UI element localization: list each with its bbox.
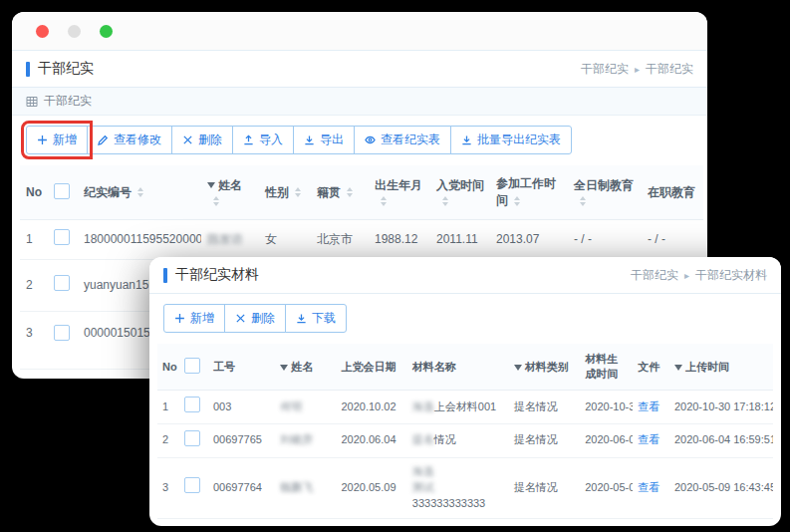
sort-icon[interactable] xyxy=(213,196,219,206)
cell-text: 1 xyxy=(162,400,168,412)
cell-text: 2020-06-04 xyxy=(585,433,633,445)
cell-select[interactable] xyxy=(179,391,208,424)
cell-select[interactable] xyxy=(179,423,208,457)
cell-employee-id: 003 xyxy=(208,391,275,424)
sort-icon[interactable] xyxy=(442,196,448,206)
toolbar: 新增查看修改删除导入导出查看纪实表批量导出纪实表 xyxy=(12,116,707,165)
select-all-checkbox[interactable] xyxy=(184,358,200,374)
filter-icon[interactable] xyxy=(207,182,215,188)
col-name[interactable]: 姓名 xyxy=(275,344,336,391)
cell-text: 3 xyxy=(26,326,33,340)
col-upload-time[interactable]: 上传时间 xyxy=(669,344,773,391)
plus-icon xyxy=(174,313,185,324)
col-party-join-date[interactable]: 入党时间 xyxy=(430,165,490,220)
sort-icon[interactable] xyxy=(580,196,586,206)
view-file-link[interactable]: 查看 xyxy=(638,433,659,445)
toolbar-button-close[interactable]: 删除 xyxy=(171,126,233,154)
col-native-place[interactable]: 籍贯 xyxy=(311,165,369,220)
toolbar-button-plus[interactable]: 新增 xyxy=(163,304,225,333)
page-title-text: 干部纪实材料 xyxy=(175,266,259,284)
cell-gen-date: 2020-03-04 xyxy=(580,518,633,526)
toolbar-button-upload[interactable]: 导入 xyxy=(232,126,294,154)
redacted-text: 何明 xyxy=(280,400,302,412)
toolbar-button-eye[interactable]: 查看纪实表 xyxy=(354,126,451,154)
button-label: 新增 xyxy=(190,310,214,327)
col-material-category[interactable]: 材料类别 xyxy=(509,344,580,391)
cell-select[interactable] xyxy=(48,311,78,369)
view-file-link[interactable]: 查看 xyxy=(638,481,659,493)
col-onjob-education: 在职教育 xyxy=(642,165,703,220)
cell-work-start-date: 2013.07 xyxy=(490,220,568,260)
toolbar-button-edit[interactable]: 查看修改 xyxy=(87,126,172,154)
table-row: 1003何明2020.10.02海选上会材料001提名情况2020-10-30查… xyxy=(157,391,773,424)
breadcrumb-item[interactable]: 干部纪实材料 xyxy=(695,267,767,284)
cell-select[interactable] xyxy=(48,220,78,260)
cell-select[interactable] xyxy=(179,457,208,518)
sort-icon[interactable] xyxy=(347,187,353,197)
cell-gen-date: 2020-05-08 xyxy=(580,457,633,518)
close-icon xyxy=(235,313,246,324)
filter-icon[interactable] xyxy=(280,365,288,371)
col-birth-date[interactable]: 出生年月 xyxy=(369,165,430,220)
button-label: 删除 xyxy=(251,310,275,327)
sort-icon[interactable] xyxy=(295,187,301,197)
breadcrumb-item[interactable]: 干部纪实 xyxy=(631,267,678,284)
maximize-button[interactable] xyxy=(100,25,113,38)
table-row: 1180000011595520000陈发语女北京市1988.122011.11… xyxy=(20,220,703,260)
row-checkbox[interactable] xyxy=(184,397,200,412)
cell-material-name: 提名情况 xyxy=(407,423,509,457)
column-label: No xyxy=(162,361,177,373)
col-work-start-date[interactable]: 参加工作时间 xyxy=(490,165,568,220)
toolbar-button-download[interactable]: 批量导出纪实表 xyxy=(450,126,572,154)
cell-text: 2020-10-30 xyxy=(585,400,633,412)
col-record-id[interactable]: 纪实编号 xyxy=(78,165,201,220)
row-checkbox[interactable] xyxy=(184,430,200,446)
column-label: 在职教育 xyxy=(648,185,695,199)
filter-icon[interactable] xyxy=(514,365,522,371)
cell-material-name: 海选上会材料001 xyxy=(407,391,509,424)
cell-material-category: 提名情况 xyxy=(509,423,580,457)
breadcrumb-item[interactable]: 干部纪实 xyxy=(646,61,693,78)
sort-icon[interactable] xyxy=(514,196,520,206)
view-file-link[interactable]: 查看 xyxy=(638,400,659,412)
sort-icon[interactable] xyxy=(137,187,143,197)
cell-select[interactable] xyxy=(48,260,78,312)
button-label: 查看修改 xyxy=(114,132,161,148)
table-row: 400697764魏鹏飞2020.03.03推荐测试民主推荐情况2020-03-… xyxy=(157,518,773,526)
cell-material-name: 海选测试333333333333 xyxy=(407,457,509,518)
sort-icon[interactable] xyxy=(381,196,387,206)
col-fulltime-education[interactable]: 全日制教育 xyxy=(568,165,642,220)
cell-upload-time: 2020-10-30 17:18:12 xyxy=(669,391,773,424)
cell-text: 2 xyxy=(162,433,168,445)
col-gender[interactable]: 性别 xyxy=(259,165,311,220)
button-label: 导出 xyxy=(320,132,344,148)
row-checkbox[interactable] xyxy=(54,325,70,341)
breadcrumb-item[interactable]: 干部纪实 xyxy=(581,61,629,78)
row-checkbox[interactable] xyxy=(54,275,70,291)
minimize-button[interactable] xyxy=(68,25,81,38)
cell-text: 2011.11 xyxy=(436,232,478,246)
column-label: 姓名 xyxy=(291,361,313,373)
cell-party-join-date: 2011.11 xyxy=(430,220,490,260)
cell-text: 2020-05-09 16:43:45 xyxy=(674,481,773,493)
cell-select[interactable] xyxy=(48,369,78,379)
toolbar-button-download[interactable]: 下载 xyxy=(285,304,347,333)
highlighted-toolbar-button-plus[interactable]: 新增 xyxy=(26,126,88,154)
cell-onjob-education: - / - xyxy=(642,220,703,260)
toolbar-button-close[interactable]: 删除 xyxy=(224,304,286,333)
cell-birth-date: 1988.12 xyxy=(369,220,430,260)
col-name[interactable]: 姓名 xyxy=(201,165,259,220)
row-checkbox[interactable] xyxy=(54,229,70,245)
cell-meeting-date: 2020.06.04 xyxy=(336,423,406,457)
cell-text: 2013.07 xyxy=(496,232,539,246)
column-label: 文件 xyxy=(638,361,659,373)
row-checkbox[interactable] xyxy=(184,477,200,493)
filter-icon[interactable] xyxy=(674,365,682,371)
breadcrumb: 干部纪实▸干部纪实 xyxy=(581,61,693,78)
toolbar-button-download[interactable]: 导出 xyxy=(293,126,355,154)
cell-select[interactable] xyxy=(179,518,208,526)
select-all-checkbox[interactable] xyxy=(54,183,70,199)
data-table: No工号姓名上党会日期材料名称材料类别材料生成时间文件上传时间1003何明202… xyxy=(157,344,773,526)
close-button[interactable] xyxy=(36,25,49,38)
button-label: 删除 xyxy=(198,132,222,148)
